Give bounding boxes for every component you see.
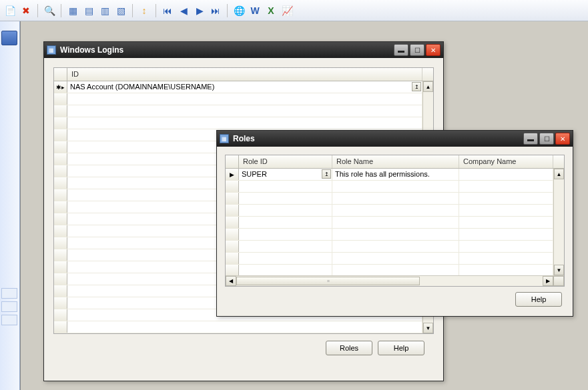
column-header-role-id[interactable]: Role ID [239,155,332,168]
vertical-scrollbar[interactable]: ▲ ▼ [553,169,564,275]
toolbar: 📄 ✖ 🔍 ▦ ▤ ▥ ▧ ↕ ⏮ ◀ ▶ ⏭ 🌐 W X 📈 [0,0,588,21]
help-button[interactable]: Help [515,292,562,307]
scroll-down-icon[interactable]: ▼ [423,323,433,333]
grid-view-3-icon[interactable]: ▥ [97,3,112,18]
window-title: Windows Logins [60,45,394,55]
word-icon[interactable]: W [248,3,262,18]
titlebar[interactable]: ▦ Roles ▬ ☐ ✕ [217,131,573,147]
delete-icon[interactable]: ✖ [19,3,33,18]
scroll-right-icon[interactable]: ▶ [543,276,553,286]
grid-view-2-icon[interactable]: ▤ [81,3,96,18]
cell-role-name[interactable]: This role has all permissions. [332,169,459,180]
sidebar-item[interactable] [1,315,17,325]
column-header-role-name[interactable]: Role Name [332,155,459,168]
sidebar-item[interactable] [1,301,17,312]
minimize-button[interactable]: ▬ [523,133,538,145]
maximize-button[interactable]: ☐ [539,133,554,145]
cell-id[interactable]: NAS Account (DOMAINNAME\USERNAME) ↥ [67,81,422,93]
close-button[interactable]: ✕ [555,133,570,145]
column-header-id[interactable]: ID [67,68,422,81]
chart-icon[interactable]: 📈 [280,3,294,18]
globe-icon[interactable]: 🌐 [232,3,246,18]
scroll-up-icon[interactable]: ▲ [554,169,564,179]
help-button[interactable]: Help [378,341,424,355]
lookup-button[interactable]: ↥ [322,169,331,179]
nav-last-icon[interactable]: ⏭ [208,3,223,18]
excel-icon[interactable]: X [264,3,278,18]
window-icon: ▦ [47,45,56,55]
find-icon[interactable]: 🔍 [42,3,57,18]
sidebar-item[interactable] [1,288,17,299]
row-indicator-icon: ▶ [226,169,239,180]
roles-grid: Role ID Role Name Company Name ▶ SUPER ↥… [225,155,565,287]
lookup-button[interactable]: ↥ [412,82,421,91]
cell-company-name[interactable] [459,169,553,180]
new-icon[interactable]: 📄 [3,3,17,18]
table-row[interactable]: ▶ SUPER ↥ This role has all permissions. [226,169,564,181]
refresh-icon[interactable]: ↕ [137,3,152,18]
sidebar [0,21,20,390]
nav-prev-icon[interactable]: ◀ [176,3,191,18]
titlebar[interactable]: ▦ Windows Logins ▬ ☐ ✕ [44,42,443,58]
scroll-left-icon[interactable]: ◀ [226,276,236,286]
grid-view-1-icon[interactable]: ▦ [65,3,80,18]
nav-next-icon[interactable]: ▶ [192,3,207,18]
column-header-company-name[interactable]: Company Name [459,155,553,168]
scroll-up-icon[interactable]: ▲ [423,81,433,92]
minimize-button[interactable]: ▬ [394,44,408,56]
window-icon: ▦ [220,134,229,143]
table-row[interactable]: ✱▸ NAS Account (DOMAINNAME\USERNAME) ↥ [54,81,433,93]
mdi-area: ▦ Windows Logins ▬ ☐ ✕ ID ✱▸ N [20,21,588,390]
scroll-down-icon[interactable]: ▼ [554,265,564,275]
sidebar-item-selected[interactable] [1,31,17,45]
roles-button[interactable]: Roles [326,341,372,355]
nav-first-icon[interactable]: ⏮ [160,3,175,18]
close-button[interactable]: ✕ [426,44,440,56]
window-title: Roles [233,134,523,143]
horizontal-scrollbar[interactable]: ◀ ≡ ▶ [226,275,564,286]
grid-view-4-icon[interactable]: ▧ [113,3,128,18]
maximize-button[interactable]: ☐ [410,44,424,56]
row-indicator-icon: ✱▸ [54,81,67,93]
cell-role-id[interactable]: SUPER ↥ [239,169,332,180]
roles-window: ▦ Roles ▬ ☐ ✕ Role ID Role Name Company … [216,130,573,317]
